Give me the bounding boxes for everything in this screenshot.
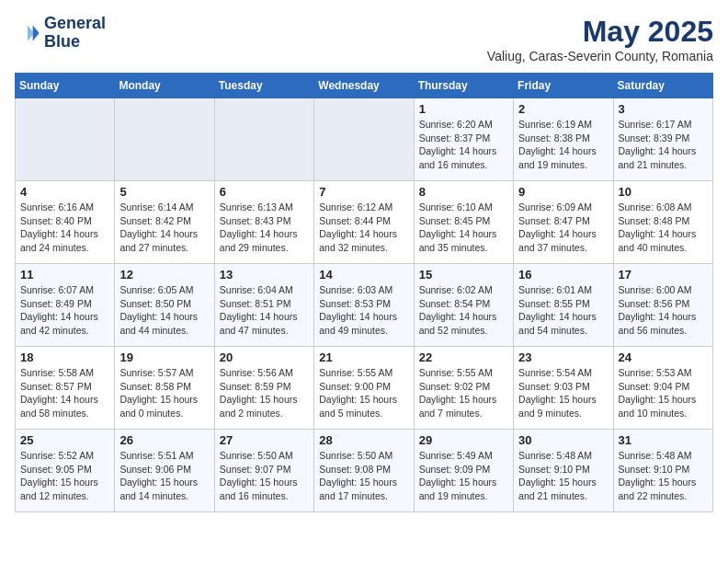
calendar-week-5: 25Sunrise: 5:52 AM Sunset: 9:05 PM Dayli… [16, 430, 713, 512]
day-number: 23 [518, 350, 608, 364]
day-number: 9 [518, 185, 608, 199]
day-info: Sunrise: 6:02 AM Sunset: 8:54 PM Dayligh… [419, 283, 508, 338]
day-number: 17 [619, 268, 708, 282]
day-info: Sunrise: 6:20 AM Sunset: 8:37 PM Dayligh… [419, 118, 508, 172]
calendar-cell: 3Sunrise: 6:17 AM Sunset: 8:39 PM Daylig… [613, 98, 712, 181]
weekday-header-thursday: Thursday [414, 74, 513, 98]
calendar-cell: 21Sunrise: 5:55 AM Sunset: 9:00 PM Dayli… [314, 347, 414, 430]
day-info: Sunrise: 5:53 AM Sunset: 9:04 PM Dayligh… [619, 366, 708, 420]
day-number: 2 [518, 102, 608, 116]
calendar-cell: 20Sunrise: 5:56 AM Sunset: 8:59 PM Dayli… [214, 347, 313, 430]
calendar-cell: 16Sunrise: 6:01 AM Sunset: 8:55 PM Dayli… [514, 264, 613, 347]
calendar-cell: 12Sunrise: 6:05 AM Sunset: 8:50 PM Dayli… [115, 264, 214, 347]
calendar-cell: 18Sunrise: 5:58 AM Sunset: 8:57 PM Dayli… [16, 347, 115, 430]
day-info: Sunrise: 5:51 AM Sunset: 9:06 PM Dayligh… [119, 449, 209, 503]
day-info: Sunrise: 6:12 AM Sunset: 8:44 PM Dayligh… [319, 201, 408, 255]
calendar-cell: 11Sunrise: 6:07 AM Sunset: 8:49 PM Dayli… [16, 264, 115, 347]
calendar-cell: 14Sunrise: 6:03 AM Sunset: 8:53 PM Dayli… [314, 264, 414, 347]
calendar-cell [115, 98, 214, 181]
day-number: 28 [319, 433, 408, 447]
calendar-cell: 8Sunrise: 6:10 AM Sunset: 8:45 PM Daylig… [414, 181, 513, 264]
weekday-header-saturday: Saturday [613, 74, 712, 98]
calendar-cell: 15Sunrise: 6:02 AM Sunset: 8:54 PM Dayli… [414, 264, 513, 347]
weekday-header-monday: Monday [115, 74, 214, 98]
day-info: Sunrise: 5:58 AM Sunset: 8:57 PM Dayligh… [20, 366, 109, 420]
day-info: Sunrise: 6:19 AM Sunset: 8:38 PM Dayligh… [518, 118, 608, 172]
day-number: 15 [419, 268, 508, 282]
day-info: Sunrise: 5:57 AM Sunset: 8:58 PM Dayligh… [119, 366, 209, 420]
day-number: 24 [619, 350, 708, 364]
day-info: Sunrise: 5:50 AM Sunset: 9:08 PM Dayligh… [319, 449, 408, 503]
page-header: General Blue May 2025 Valiug, Caras-Seve… [15, 15, 713, 63]
day-info: Sunrise: 5:52 AM Sunset: 9:05 PM Dayligh… [20, 449, 109, 503]
calendar-cell: 31Sunrise: 5:48 AM Sunset: 9:10 PM Dayli… [613, 430, 712, 512]
day-info: Sunrise: 6:10 AM Sunset: 8:45 PM Dayligh… [419, 201, 508, 255]
day-number: 1 [419, 102, 508, 116]
month-title: May 2025 [487, 15, 713, 49]
calendar-cell: 27Sunrise: 5:50 AM Sunset: 9:07 PM Dayli… [214, 430, 313, 512]
calendar-cell: 2Sunrise: 6:19 AM Sunset: 8:38 PM Daylig… [514, 98, 613, 181]
day-number: 14 [319, 268, 408, 282]
calendar-cell: 10Sunrise: 6:08 AM Sunset: 8:48 PM Dayli… [613, 181, 712, 264]
day-info: Sunrise: 6:04 AM Sunset: 8:51 PM Dayligh… [220, 283, 309, 338]
day-info: Sunrise: 5:50 AM Sunset: 9:07 PM Dayligh… [220, 449, 309, 503]
calendar-cell: 1Sunrise: 6:20 AM Sunset: 8:37 PM Daylig… [414, 98, 513, 181]
calendar-cell: 5Sunrise: 6:14 AM Sunset: 8:42 PM Daylig… [115, 181, 214, 264]
day-number: 21 [319, 350, 408, 364]
day-number: 30 [518, 433, 608, 447]
calendar-cell: 17Sunrise: 6:00 AM Sunset: 8:56 PM Dayli… [613, 264, 712, 347]
day-number: 18 [20, 350, 109, 364]
logo: General Blue [15, 15, 106, 52]
day-number: 10 [619, 185, 708, 199]
day-info: Sunrise: 6:07 AM Sunset: 8:49 PM Dayligh… [20, 283, 109, 338]
day-number: 11 [20, 268, 109, 282]
calendar-week-2: 4Sunrise: 6:16 AM Sunset: 8:40 PM Daylig… [16, 181, 713, 264]
calendar-cell: 6Sunrise: 6:13 AM Sunset: 8:43 PM Daylig… [214, 181, 313, 264]
day-number: 31 [619, 433, 708, 447]
calendar-cell: 4Sunrise: 6:16 AM Sunset: 8:40 PM Daylig… [16, 181, 115, 264]
day-number: 3 [619, 102, 708, 116]
day-info: Sunrise: 5:48 AM Sunset: 9:10 PM Dayligh… [518, 449, 608, 503]
day-info: Sunrise: 5:55 AM Sunset: 9:02 PM Dayligh… [419, 366, 508, 420]
day-number: 27 [220, 433, 309, 447]
day-info: Sunrise: 6:14 AM Sunset: 8:42 PM Dayligh… [119, 201, 209, 255]
calendar-cell: 25Sunrise: 5:52 AM Sunset: 9:05 PM Dayli… [16, 430, 115, 512]
title-block: May 2025 Valiug, Caras-Severin County, R… [487, 15, 713, 63]
calendar-cell [214, 98, 313, 181]
calendar-cell: 26Sunrise: 5:51 AM Sunset: 9:06 PM Dayli… [115, 430, 214, 512]
weekday-header-tuesday: Tuesday [214, 74, 313, 98]
calendar-cell: 19Sunrise: 5:57 AM Sunset: 8:58 PM Dayli… [115, 347, 214, 430]
location-title: Valiug, Caras-Severin County, Romania [487, 49, 713, 63]
day-info: Sunrise: 6:01 AM Sunset: 8:55 PM Dayligh… [518, 283, 608, 338]
weekday-header-row: SundayMondayTuesdayWednesdayThursdayFrid… [16, 74, 713, 98]
calendar-table: SundayMondayTuesdayWednesdayThursdayFrid… [15, 73, 713, 512]
weekday-header-friday: Friday [514, 74, 613, 98]
day-number: 22 [419, 350, 508, 364]
calendar-cell: 29Sunrise: 5:49 AM Sunset: 9:09 PM Dayli… [414, 430, 513, 512]
calendar-week-4: 18Sunrise: 5:58 AM Sunset: 8:57 PM Dayli… [16, 347, 713, 430]
day-number: 16 [518, 268, 608, 282]
calendar-cell: 7Sunrise: 6:12 AM Sunset: 8:44 PM Daylig… [314, 181, 414, 264]
day-info: Sunrise: 6:09 AM Sunset: 8:47 PM Dayligh… [518, 201, 608, 255]
calendar-cell: 28Sunrise: 5:50 AM Sunset: 9:08 PM Dayli… [314, 430, 414, 512]
day-info: Sunrise: 6:13 AM Sunset: 8:43 PM Dayligh… [220, 201, 309, 255]
calendar-cell: 22Sunrise: 5:55 AM Sunset: 9:02 PM Dayli… [414, 347, 513, 430]
day-info: Sunrise: 6:03 AM Sunset: 8:53 PM Dayligh… [319, 283, 408, 338]
logo-text: General Blue [44, 15, 106, 52]
calendar-cell: 13Sunrise: 6:04 AM Sunset: 8:51 PM Dayli… [214, 264, 313, 347]
day-info: Sunrise: 5:48 AM Sunset: 9:10 PM Dayligh… [619, 449, 708, 503]
day-info: Sunrise: 5:56 AM Sunset: 8:59 PM Dayligh… [220, 366, 309, 420]
calendar-cell [314, 98, 414, 181]
calendar-cell [16, 98, 115, 181]
day-info: Sunrise: 5:49 AM Sunset: 9:09 PM Dayligh… [419, 449, 508, 503]
calendar-week-1: 1Sunrise: 6:20 AM Sunset: 8:37 PM Daylig… [16, 98, 713, 181]
day-number: 6 [220, 185, 309, 199]
calendar-cell: 9Sunrise: 6:09 AM Sunset: 8:47 PM Daylig… [514, 181, 613, 264]
day-number: 19 [119, 350, 209, 364]
day-number: 29 [419, 433, 508, 447]
day-number: 7 [319, 185, 408, 199]
day-info: Sunrise: 6:05 AM Sunset: 8:50 PM Dayligh… [119, 283, 209, 338]
logo-icon [15, 20, 40, 46]
day-number: 20 [220, 350, 309, 364]
calendar-week-3: 11Sunrise: 6:07 AM Sunset: 8:49 PM Dayli… [16, 264, 713, 347]
